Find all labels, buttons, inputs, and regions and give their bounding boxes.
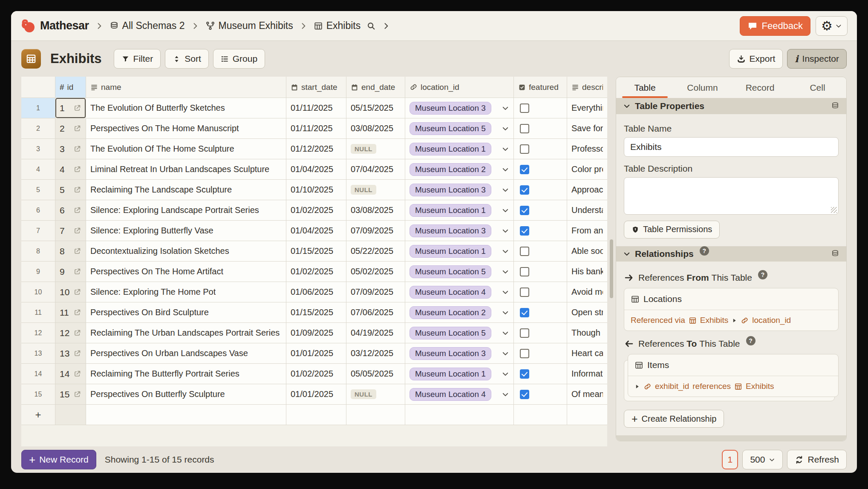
featured-checkbox[interactable]	[520, 124, 529, 133]
record-dropdown-icon[interactable]	[502, 166, 509, 173]
cell-end-date[interactable]: 03/08/2025	[346, 118, 405, 139]
featured-checkbox[interactable]	[520, 267, 529, 276]
featured-checkbox[interactable]	[520, 226, 529, 236]
cell-location-id[interactable]: Museum Location 4	[405, 384, 514, 405]
location-pill[interactable]: Museum Location 2	[409, 306, 491, 319]
open-record-icon[interactable]	[73, 349, 81, 357]
record-dropdown-icon[interactable]	[502, 370, 509, 378]
cell-start-date[interactable]: 01/11/2025	[286, 118, 346, 139]
open-record-icon[interactable]	[73, 268, 81, 276]
cell-location-id[interactable]: Museum Location 3	[405, 180, 514, 200]
cell-id[interactable]: 12	[55, 323, 86, 343]
cell-name[interactable]: Silence: Exploring Butterfly Vase	[86, 221, 286, 241]
cell-description[interactable]: From anc	[567, 221, 607, 241]
location-pill[interactable]: Museum Location 2	[409, 163, 491, 176]
cell-featured[interactable]	[514, 159, 567, 180]
cell-end-date[interactable]: 03/12/2025	[346, 343, 405, 364]
featured-checkbox[interactable]	[520, 165, 529, 174]
cell-featured[interactable]	[514, 282, 567, 302]
location-pill[interactable]: Museum Location 5	[409, 122, 491, 135]
cell-location-id[interactable]: Museum Location 5	[405, 323, 514, 343]
cell-end-date[interactable]: 07/06/2025	[346, 302, 405, 323]
cell-description[interactable]: His bank	[567, 262, 607, 282]
cell-description[interactable]: Professo	[567, 139, 607, 159]
settings-button[interactable]: ⚙	[816, 16, 848, 36]
cell-end-date[interactable]: 05/15/2025	[346, 98, 405, 118]
cell-end-date[interactable]: NULL	[346, 139, 405, 159]
cell-start-date[interactable]: 01/10/2025	[286, 180, 346, 200]
cell-end-date[interactable]: 05/05/2025	[346, 364, 405, 384]
location-pill[interactable]: Museum Location 1	[409, 143, 491, 155]
cell-end-date[interactable]: 07/09/2025	[346, 282, 405, 302]
row-number[interactable]: 6	[21, 200, 55, 221]
caret-right-icon[interactable]	[634, 384, 640, 389]
table-scrollbar[interactable]	[610, 77, 613, 446]
create-relationship-button[interactable]: + Create Relationship	[624, 410, 724, 428]
cell-description[interactable]: Able soon	[567, 241, 607, 262]
location-pill[interactable]: Museum Location 3	[409, 184, 491, 196]
record-dropdown-icon[interactable]	[502, 125, 509, 132]
sort-button[interactable]: Sort	[165, 49, 209, 69]
row-number[interactable]: 1	[21, 98, 55, 118]
open-record-icon[interactable]	[73, 370, 81, 378]
cell-start-date[interactable]: 01/02/2025	[286, 364, 346, 384]
cell-id[interactable]: 2	[55, 118, 86, 139]
cell-start-date[interactable]: 01/01/2025	[286, 384, 346, 405]
cell-id[interactable]: 4	[55, 159, 86, 180]
cell-end-date[interactable]: NULL	[346, 180, 405, 200]
cell-location-id[interactable]: Museum Location 5	[405, 262, 514, 282]
row-number[interactable]: 4	[21, 159, 55, 180]
search-icon[interactable]	[366, 21, 376, 31]
cell-location-id[interactable]: Museum Location 1	[405, 200, 514, 221]
record-dropdown-icon[interactable]	[502, 186, 509, 194]
open-record-icon[interactable]	[73, 227, 81, 235]
record-dropdown-icon[interactable]	[502, 391, 509, 398]
open-record-icon[interactable]	[73, 247, 81, 255]
cell-featured[interactable]	[514, 343, 567, 364]
help-icon[interactable]: ?	[758, 270, 767, 279]
cell-end-date[interactable]: 07/04/2025	[346, 159, 405, 180]
cell-id[interactable]: 9	[55, 262, 86, 282]
featured-checkbox[interactable]	[520, 206, 529, 215]
cell-start-date[interactable]: 01/02/2025	[286, 200, 346, 221]
open-record-icon[interactable]	[73, 165, 81, 173]
tab-cell[interactable]: Cell	[789, 77, 846, 98]
cell-location-id[interactable]: Museum Location 2	[405, 302, 514, 323]
cell-name[interactable]: Reclaiming The Urban Landscapes Portrait…	[86, 323, 286, 343]
featured-checkbox[interactable]	[520, 288, 529, 297]
cell-end-date[interactable]: 04/19/2025	[346, 323, 405, 343]
resize-grip[interactable]	[831, 207, 837, 213]
cell-name[interactable]: The Evolution Of Butterfly Sketches	[86, 98, 286, 118]
cell-location-id[interactable]: Museum Location 1	[405, 139, 514, 159]
cell-name[interactable]: The Evolution Of The Home Sculpture	[86, 139, 286, 159]
cell-featured[interactable]	[514, 384, 567, 405]
cell-start-date[interactable]: 01/01/2025	[286, 343, 346, 364]
cell-id[interactable]: 14	[55, 364, 86, 384]
featured-checkbox[interactable]	[520, 247, 529, 256]
cell-name[interactable]: Reclaiming The Landscape Sculpture	[86, 180, 286, 200]
cell-location-id[interactable]: Museum Location 3	[405, 343, 514, 364]
page-size-select[interactable]: 500	[742, 450, 783, 469]
open-record-icon[interactable]	[73, 104, 81, 112]
export-button[interactable]: Export	[729, 49, 783, 69]
cell-description[interactable]: Heart cau	[567, 343, 607, 364]
column-header-start_date[interactable]: start_date	[286, 77, 346, 98]
cell-name[interactable]: Liminal Retreat In Urban Landscapes Scul…	[86, 159, 286, 180]
cell-description[interactable]: Though s	[567, 323, 607, 343]
cell-description[interactable]: Informati	[567, 364, 607, 384]
tab-column[interactable]: Column	[674, 77, 731, 98]
location-pill[interactable]: Museum Location 1	[409, 368, 491, 380]
record-dropdown-icon[interactable]	[502, 207, 509, 214]
cell-id[interactable]: 13	[55, 343, 86, 364]
row-number[interactable]: 9	[21, 262, 55, 282]
location-pill[interactable]: Museum Location 5	[409, 265, 491, 278]
row-number[interactable]: 14	[21, 364, 55, 384]
cell-location-id[interactable]: Museum Location 5	[405, 118, 514, 139]
cell-featured[interactable]	[514, 139, 567, 159]
help-icon[interactable]: ?	[700, 246, 709, 256]
cell-name[interactable]: Perspectives On The Home Manuscript	[86, 118, 286, 139]
row-number[interactable]: 8	[21, 241, 55, 262]
cell-name[interactable]: Silence: Exploring The Home Pot	[86, 282, 286, 302]
featured-checkbox[interactable]	[520, 104, 529, 113]
featured-checkbox[interactable]	[520, 390, 529, 399]
